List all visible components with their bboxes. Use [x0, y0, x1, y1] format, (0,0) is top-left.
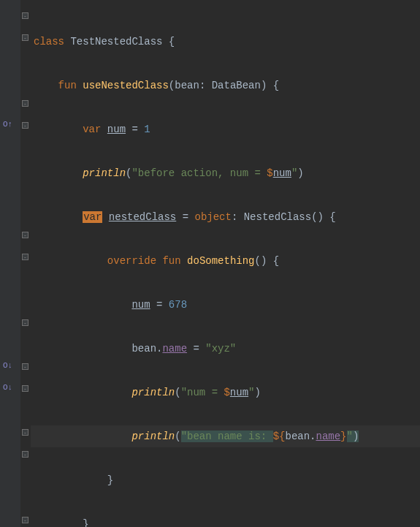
code-line[interactable]: bean.name = "xyz" [31, 338, 420, 360]
code-line[interactable]: var nestedClass = object: NestedClass() … [31, 206, 420, 228]
code-line-current[interactable]: println("bean name is: ${bean.name}") [31, 425, 420, 447]
code-line[interactable]: num = 678 [31, 294, 420, 316]
fold-toggle[interactable]: - [22, 319, 28, 326]
code-line[interactable]: var num = 1 [31, 118, 420, 140]
fold-toggle[interactable]: - [22, 232, 28, 238]
fold-toggle[interactable]: - [22, 122, 28, 129]
code-line[interactable]: override fun doSomething() { [31, 250, 420, 272]
code-line[interactable]: println("num = $num") [31, 382, 420, 403]
fold-toggle[interactable]: - [22, 363, 28, 370]
override-down-icon-2[interactable]: O↓ [3, 383, 12, 392]
fold-toggle[interactable]: - [22, 429, 28, 436]
code-line[interactable]: class TestNestedClass { [31, 31, 420, 53]
code-line[interactable]: fun useNestedClass(bean: DataBean) { [31, 75, 420, 96]
fold-toggle[interactable]: - [22, 100, 28, 107]
code-editor[interactable]: class TestNestedClass { fun useNestedCla… [31, 0, 420, 527]
fold-toggle[interactable]: - [22, 12, 28, 19]
code-line[interactable]: } [31, 469, 420, 491]
fold-column: - - - - - - - - - - - - [20, 0, 31, 527]
code-line[interactable]: } [31, 513, 420, 527]
override-down-icon[interactable]: O↓ [3, 361, 12, 370]
override-up-icon[interactable]: O↑ [3, 120, 12, 129]
fold-toggle[interactable]: - [22, 385, 28, 392]
fold-toggle[interactable]: - [22, 451, 28, 458]
fold-toggle[interactable]: - [22, 517, 28, 523]
code-line[interactable]: println("before action, num = $num") [31, 162, 420, 184]
fold-toggle[interactable]: - [22, 254, 28, 260]
gutter: O↑ O↓ O↓ [0, 0, 20, 527]
fold-toggle[interactable]: - [22, 34, 28, 41]
